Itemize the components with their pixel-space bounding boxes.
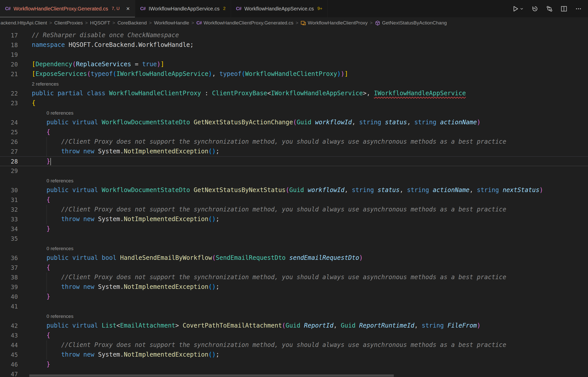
code-text[interactable]	[18, 302, 588, 311]
tab-WorkflowHandleAppService.cs[interactable]: C#WorkflowHandleAppService.cs9+	[231, 0, 328, 17]
code-line-31: 31 {	[0, 195, 588, 205]
editor-actions	[506, 0, 588, 17]
code-text[interactable]: throw new System.NotImplementedException…	[18, 350, 588, 360]
breadcrumb-separator: >	[370, 20, 373, 26]
indent-guide	[47, 273, 47, 282]
line-number: 22	[0, 89, 18, 98]
code-text[interactable]: public virtual List<EmailAttachment> Cov…	[18, 321, 588, 331]
method-icon	[375, 20, 380, 26]
code-text[interactable]: public partial class WorkflowHandleClien…	[18, 89, 588, 98]
run-icon	[512, 5, 519, 12]
codelens-row: 2 references	[0, 79, 588, 89]
code-text[interactable]: throw new System.NotImplementedException…	[18, 282, 588, 292]
code-text[interactable]: //Client Proxy does not support the sync…	[18, 205, 588, 214]
indent-guide	[47, 137, 47, 147]
line-number: 47	[0, 369, 18, 377]
tab-IWorkflowHandleAppService.cs[interactable]: C#IWorkflowHandleAppService.cs2	[135, 0, 231, 17]
breadcrumb-label: GetNextStatusByActionChang	[382, 20, 447, 26]
code-text[interactable]: {	[18, 127, 588, 137]
class-icon	[301, 20, 306, 26]
line-number: 31	[0, 195, 18, 205]
code-text[interactable]: }	[18, 224, 588, 234]
breadcrumb-separator: >	[85, 20, 88, 26]
codelens-references[interactable]: 0 references	[18, 176, 588, 185]
split-editor-icon	[561, 5, 567, 12]
history-icon	[531, 5, 538, 12]
run-button[interactable]	[512, 5, 524, 12]
code-text[interactable]: namespace HQSOFT.CoreBackend.WorkflowHan…	[18, 40, 588, 50]
line-number: 34	[0, 224, 18, 234]
compare-changes-button[interactable]	[546, 5, 553, 12]
csharp-file-icon: C#	[236, 6, 241, 11]
code-text[interactable]: //Client Proxy does not support the sync…	[18, 273, 588, 282]
close-icon[interactable]: ×	[126, 6, 130, 12]
timeline-history-button[interactable]	[531, 5, 538, 12]
breadcrumb-item-WorkflowHandle[interactable]: WorkflowHandle	[154, 20, 189, 26]
code-line-37: 37 {	[0, 263, 588, 273]
code-text[interactable]: [Dependency(ReplaceServices = true)]	[18, 60, 588, 69]
code-text[interactable]: }	[18, 157, 588, 166]
code-text[interactable]: }	[18, 360, 588, 369]
line-number	[0, 176, 18, 185]
tab-WorkflowHandleClientProxy.Generated.cs[interactable]: C#WorkflowHandleClientProxy.Generated.cs…	[0, 0, 135, 17]
code-text[interactable]: {	[18, 263, 588, 273]
more-actions-icon	[575, 5, 582, 12]
code-text[interactable]: }	[18, 292, 588, 302]
code-text[interactable]	[18, 166, 588, 176]
tab-list: C#WorkflowHandleClientProxy.Generated.cs…	[0, 0, 328, 17]
horizontal-scrollbar[interactable]	[29, 374, 394, 377]
tab-bar: C#WorkflowHandleClientProxy.Generated.cs…	[0, 0, 588, 17]
breadcrumb-item-CoreBackend[interactable]: CoreBackend	[117, 20, 147, 26]
line-number: 41	[0, 302, 18, 311]
breadcrumb-item-HQSOFT[interactable]: HQSOFT	[90, 20, 110, 26]
line-number: 36	[0, 253, 18, 263]
breadcrumb-item-ClientProxies[interactable]: ClientProxies	[54, 20, 83, 26]
breadcrumb-item-WorkflowHandleClientProxy.Generated.cs[interactable]: C#WorkflowHandleClientProxy.Generated.cs	[197, 20, 293, 26]
code-text[interactable]: {	[18, 98, 588, 108]
code-text[interactable]	[18, 50, 588, 60]
code-line-43: 43 {	[0, 331, 588, 340]
line-number: 46	[0, 360, 18, 369]
code-line-22: 22public partial class WorkflowHandleCli…	[0, 89, 588, 98]
line-number: 25	[0, 127, 18, 137]
code-text[interactable]: //Client Proxy does not support the sync…	[18, 340, 588, 350]
indent-guide	[47, 147, 47, 156]
code-text[interactable]: public virtual WorkflowDocumentStateDto …	[18, 185, 588, 195]
breadcrumb-item-WorkflowHandleClientProxy[interactable]: WorkflowHandleClientProxy	[301, 20, 368, 26]
code-text[interactable]: {	[18, 331, 588, 340]
compare-changes-icon	[546, 5, 553, 12]
code-text[interactable]: public virtual WorkflowDocumentStateDto …	[18, 118, 588, 127]
codelens-references[interactable]: 2 references	[18, 79, 588, 89]
more-actions-button[interactable]	[575, 5, 582, 12]
line-number: 35	[0, 234, 18, 244]
code-line-38: 38 //Client Proxy does not support the s…	[0, 273, 588, 282]
code-text[interactable]: //Client Proxy does not support the sync…	[18, 137, 588, 147]
code-line-45: 45 throw new System.NotImplementedExcept…	[0, 350, 588, 360]
indent-guide	[47, 214, 47, 224]
indent-guide	[47, 340, 47, 350]
line-number	[0, 108, 18, 118]
text-cursor	[50, 158, 51, 165]
split-editor-button[interactable]	[561, 5, 567, 12]
code-text[interactable]: public virtual bool HandleSendEmailByWor…	[18, 253, 588, 263]
tab-problems-badge: 9+	[317, 6, 322, 11]
line-number: 23	[0, 98, 18, 108]
code-line-27: 27 throw new System.NotImplementedExcept…	[0, 147, 588, 156]
code-text[interactable]: [ExposeServices(typeof(IWorkflowHandleAp…	[18, 69, 588, 79]
csharp-file-icon: C#	[5, 6, 10, 11]
indent-guide	[47, 350, 47, 360]
codelens-references[interactable]: 0 references	[18, 108, 588, 118]
code-text[interactable]: throw new System.NotImplementedException…	[18, 214, 588, 224]
codelens-references[interactable]: 0 references	[18, 244, 588, 253]
breadcrumb-item-ackend.HttpApi.Client[interactable]: ackend.HttpApi.Client	[1, 20, 47, 26]
code-text[interactable]: {	[18, 195, 588, 205]
code-text[interactable]	[18, 234, 588, 244]
line-number: 39	[0, 282, 18, 292]
code-editor[interactable]: 17// ReSharper disable once CheckNamespa…	[0, 29, 588, 377]
code-text[interactable]: // ReSharper disable once CheckNamespace	[18, 31, 588, 40]
line-number: 20	[0, 60, 18, 69]
vscode-window: C#WorkflowHandleClientProxy.Generated.cs…	[0, 0, 588, 377]
code-text[interactable]: throw new System.NotImplementedException…	[18, 147, 588, 156]
breadcrumb-item-GetNextStatusByActionChang[interactable]: GetNextStatusByActionChang	[375, 20, 447, 26]
codelens-references[interactable]: 0 references	[18, 311, 588, 321]
